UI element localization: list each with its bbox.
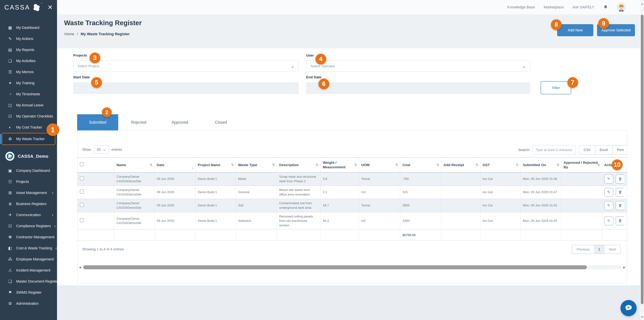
sidebar-item-projects[interactable]: ☷Projects	[0, 176, 57, 187]
sort-icon[interactable]: ⇅	[150, 163, 152, 167]
tab-rejected[interactable]: Rejected	[118, 114, 159, 130]
sidebar: CASSA ™ ✕ ▦My Dashboard✎My Actions▤My Re…	[0, 0, 57, 320]
sort-icon[interactable]: ⇅	[436, 163, 440, 167]
sidebar-item-my-actions[interactable]: ✎My Actions	[0, 33, 57, 44]
page-bottom-background	[57, 285, 644, 320]
topbar-link-marketplace[interactable]: Marketplace	[544, 5, 564, 10]
sort-icon[interactable]: ⇅	[396, 163, 398, 167]
sidebar-item-my-training[interactable]: ✦My Training	[0, 78, 57, 89]
sidebar-item-incident-management[interactable]: ⚠Incident Management	[0, 265, 57, 276]
sidebar-item-cost-waste-tracking[interactable]: ◧Cost & Waste Tracking‹	[0, 243, 57, 254]
select-all-checkbox[interactable]	[80, 162, 84, 166]
user-avatar[interactable]	[617, 3, 626, 12]
column-label: UOM	[362, 163, 370, 167]
export-excel-button[interactable]: Excel	[595, 145, 612, 154]
tab-approved[interactable]: Approved	[159, 114, 200, 130]
row-checkbox[interactable]	[80, 203, 84, 207]
row-actions: ✎	[604, 216, 624, 225]
sidebar-item-asset-management[interactable]: ⊞Asset Management‹	[0, 187, 57, 198]
edit-button[interactable]: ✎	[604, 216, 613, 225]
projects-icon: ☷	[8, 179, 13, 184]
sort-icon[interactable]: ⇅	[476, 163, 478, 167]
scroll-down-arrow-icon[interactable]: ▼	[640, 315, 644, 318]
delete-button[interactable]	[616, 201, 624, 210]
pagination-page-1[interactable]: 1	[594, 245, 604, 253]
tab-submitted[interactable]: Submitted	[77, 114, 118, 130]
row-checkbox[interactable]	[80, 176, 84, 180]
topbar-link-knowledge-base[interactable]: Knowledge Base	[507, 5, 535, 10]
sidebar-item-my-activities[interactable]: ❏My Activities	[0, 55, 57, 67]
pagination-previous[interactable]: Previous	[572, 245, 594, 253]
sidebar-item-compliance-registers[interactable]: ☑Compliance Registers‹	[0, 220, 57, 232]
scroll-left-arrow-icon[interactable]: ◀	[79, 265, 81, 269]
sidebar-item-company-dashboard[interactable]: ▣Company Dashboard	[0, 165, 57, 176]
topbar-link-ask-saifely[interactable]: Ask SAiFELY	[572, 5, 594, 10]
cell-project: Demo Build 1	[196, 212, 236, 230]
sidebar-item-employee-management[interactable]: ⁂Employee Management‹	[0, 254, 57, 265]
tab-closed[interactable]: Closed	[200, 114, 242, 130]
pagination-next[interactable]: Next	[604, 245, 620, 253]
sidebar-item-business-registers[interactable]: ≣Business Registers	[0, 198, 57, 209]
delete-button[interactable]	[616, 216, 624, 225]
scroll-up-arrow-icon[interactable]: ▲	[640, 2, 644, 5]
row-checkbox[interactable]	[80, 190, 84, 194]
sidebar-item-label: Administration	[16, 301, 38, 306]
add-new-button[interactable]: Add New	[557, 24, 593, 36]
notifications-bell-icon[interactable]	[603, 4, 608, 10]
export-print-button[interactable]: Print	[612, 145, 627, 154]
sort-icon[interactable]: ⇅	[516, 163, 519, 167]
horizontal-scrollbar-track[interactable]	[83, 265, 622, 269]
sort-icon[interactable]: ⇅	[556, 163, 560, 167]
edit-button[interactable]: ✎	[604, 188, 613, 197]
empty-total-cell	[320, 230, 359, 240]
delete-button[interactable]	[616, 188, 624, 197]
search-input[interactable]	[533, 145, 576, 155]
sort-icon[interactable]: ⇅	[272, 163, 275, 167]
cell-actions: ✎	[602, 172, 627, 186]
sidebar-item-my-timesheets[interactable]: ◔My Timesheets	[0, 89, 57, 100]
chevron-left-icon: ‹	[52, 190, 54, 195]
edit-button[interactable]: ✎	[604, 175, 613, 184]
sort-icon[interactable]: ⇅	[597, 163, 600, 167]
sidebar-item-label: My Dashboard	[16, 26, 39, 30]
column-header-name: Name⇅	[114, 157, 154, 172]
start-date-input[interactable]	[73, 82, 299, 94]
sort-icon[interactable]: ⇅	[354, 163, 357, 167]
sidebar-item-my-dashboard[interactable]: ▦My Dashboard	[0, 22, 57, 33]
vertical-scrollbar[interactable]: ▲ ▼	[640, 0, 644, 320]
chat-widget-button[interactable]	[620, 300, 636, 316]
cell-approved_by	[561, 199, 602, 212]
sidebar-item-swms-register[interactable]: ⚑SWMS Register	[0, 287, 57, 298]
sort-icon[interactable]: ↓	[192, 166, 194, 170]
project-select[interactable]: Select Project ⌄	[73, 60, 299, 72]
sidebar-item-my-reports[interactable]: ▤My Reports	[0, 44, 57, 55]
operator-select[interactable]: Select Operator ⌄	[306, 60, 530, 72]
sort-icon[interactable]: ⇅	[316, 163, 319, 167]
page-size-value: 25	[97, 148, 100, 152]
sidebar-item-my-memos[interactable]: ☰My Memos	[0, 67, 57, 78]
org-profile[interactable]: CASSA_Demo	[0, 149, 57, 163]
cell-waste_type: Soil	[236, 199, 277, 212]
delete-button[interactable]	[616, 175, 624, 184]
sidebar-item-my-waste-tracker[interactable]: ♻My Waste Tracker	[2, 133, 55, 145]
end-date-input[interactable]	[306, 82, 530, 94]
edit-button[interactable]: ✎	[604, 201, 613, 210]
scroll-right-arrow-icon[interactable]: ▶	[623, 265, 626, 269]
sidebar-item-communication[interactable]: ✈Communication‹	[0, 209, 57, 220]
sidebar-item-contractor-management[interactable]: ☸Contractor Management	[0, 232, 57, 243]
sidebar-item-administration[interactable]: ⚙Administration	[0, 298, 57, 309]
sidebar-item-my-operator-checklists[interactable]: ☑My Operator Checklists	[0, 111, 57, 122]
export-csv-button[interactable]: CSV	[579, 145, 595, 154]
filter-button[interactable]: Filter	[541, 81, 571, 94]
sidebar-item-my-annual-leave[interactable]: ◫My Annual Leave	[0, 100, 57, 111]
sidebar-close-icon[interactable]: ✕	[48, 4, 53, 11]
vertical-scrollbar-thumb[interactable]	[641, 15, 644, 304]
sidebar-item-master-document-register[interactable]: ❏Master Document Register	[0, 276, 57, 287]
empty-total-cell	[359, 230, 400, 240]
row-checkbox[interactable]	[80, 218, 84, 222]
breadcrumb-home[interactable]: Home	[64, 32, 74, 36]
sort-icon[interactable]: ⇅	[231, 163, 234, 167]
page-size-select[interactable]: 25 ⌄	[94, 145, 109, 154]
horizontal-scrollbar-thumb[interactable]	[83, 265, 587, 269]
column-label: Waste Type	[238, 163, 257, 167]
